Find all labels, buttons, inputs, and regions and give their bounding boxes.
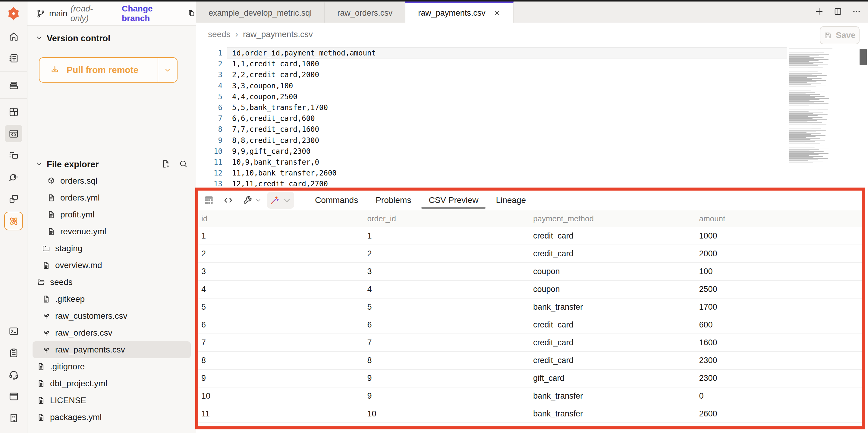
search-icon[interactable]: [179, 159, 188, 170]
file-row-raw-customers-csv[interactable]: raw_customers.csv: [33, 308, 191, 324]
column-header-order_id[interactable]: order_id: [364, 214, 530, 224]
minimap-line: [789, 77, 807, 78]
close-icon[interactable]: [493, 9, 501, 17]
table-row[interactable]: 33coupon100: [198, 263, 862, 281]
cell-order_id: 5: [364, 302, 530, 312]
minimap-line: [789, 76, 817, 77]
table-row[interactable]: 66credit_card600: [198, 316, 862, 334]
editor-tab-raw-orders-csv[interactable]: raw_orders.csv: [324, 1, 405, 23]
pull-from-remote-button[interactable]: Pull from remote: [39, 57, 178, 83]
file-label: profit.yml: [60, 210, 95, 220]
file-row-license[interactable]: LICENSE: [33, 392, 191, 409]
split-editor-icon[interactable]: [833, 7, 843, 18]
dbt-logo[interactable]: [0, 1, 27, 26]
file-row-dbt-project-yml[interactable]: dbt_project.yml: [33, 375, 191, 392]
file-doc-icon: [36, 413, 45, 422]
warehouse-icon[interactable]: [5, 76, 22, 94]
results-table-icon[interactable]: [203, 195, 215, 206]
window-top-edge: [0, 0, 868, 1]
panel-tab-commands[interactable]: Commands: [315, 195, 358, 205]
minimap-line: [789, 110, 818, 110]
line-number: 10: [196, 146, 222, 157]
code-line: 7,7,credit_card,1600: [232, 124, 781, 135]
minimap-line: [789, 84, 811, 85]
code-view-icon[interactable]: [222, 195, 234, 206]
build-wrench-icon[interactable]: [242, 195, 253, 206]
audit-search-icon[interactable]: [5, 168, 22, 186]
atom-app-icon[interactable]: [4, 212, 23, 230]
cell-id: 8: [198, 356, 364, 365]
table-row[interactable]: 77credit_card1600: [198, 334, 862, 352]
ai-assist-button[interactable]: [267, 192, 294, 209]
minimap-line: [789, 148, 829, 148]
headset-icon[interactable]: [5, 366, 22, 383]
chevron-down-icon[interactable]: [255, 197, 261, 204]
minimap-line: [789, 71, 818, 71]
file-row-packages-yml[interactable]: packages.yml: [33, 409, 191, 426]
copy-icon[interactable]: [187, 8, 196, 19]
file-row-orders-sql[interactable]: orders.sql: [33, 172, 191, 190]
pull-from-remote-main[interactable]: Pull from remote: [39, 58, 158, 82]
code-editor-pane[interactable]: 12345678910111213 id,order_id,payment_me…: [196, 46, 868, 190]
cell-id: 6: [198, 320, 364, 329]
new-file-icon[interactable]: [161, 159, 170, 170]
layout-grid-icon[interactable]: [5, 103, 22, 121]
column-header-id[interactable]: id: [198, 214, 364, 224]
file-row-profit-yml[interactable]: profit.yml: [33, 206, 191, 223]
organization-icon[interactable]: [5, 409, 22, 427]
minimap[interactable]: [789, 49, 849, 168]
editor-tab-raw-payments-csv[interactable]: raw_payments.csv: [405, 1, 514, 23]
more-options-icon[interactable]: [852, 7, 861, 18]
file-row-raw-payments-csv[interactable]: raw_payments.csv: [33, 341, 191, 358]
minimap-line: [789, 162, 823, 162]
panel-tab-problems[interactable]: Problems: [375, 195, 411, 205]
change-branch-link[interactable]: Change branch: [122, 4, 179, 23]
panel-tab-lineage[interactable]: Lineage: [496, 195, 526, 205]
docs-book-icon[interactable]: [5, 387, 22, 405]
table-row[interactable]: 44coupon2500: [198, 281, 862, 298]
minimap-line: [789, 65, 818, 66]
file-row-raw-orders-csv[interactable]: raw_orders.csv: [33, 324, 191, 341]
cell-amount: 1600: [696, 338, 862, 347]
pull-options-dropdown[interactable]: [158, 58, 177, 82]
cell-order_id: 1: [364, 231, 530, 241]
table-row[interactable]: 55bank_transfer1700: [198, 298, 862, 316]
home-icon[interactable]: [5, 28, 22, 45]
windows-icon[interactable]: [5, 190, 22, 207]
version-control-header[interactable]: Version control: [27, 32, 204, 45]
column-header-amount[interactable]: amount: [696, 214, 862, 224]
model-cube-icon: [47, 176, 56, 185]
editor-scrollbar-thumb[interactable]: [860, 49, 867, 65]
file-row--gitignore[interactable]: .gitignore: [33, 358, 191, 375]
file-row-overview-md[interactable]: overview.md: [33, 257, 191, 274]
clipboard-icon[interactable]: [5, 344, 22, 362]
frame-select-icon[interactable]: [5, 147, 22, 164]
cell-amount: 100: [696, 267, 862, 276]
panel-tab-csv-preview[interactable]: CSV Preview: [429, 195, 478, 205]
table-row[interactable]: 99gift_card2300: [198, 370, 862, 387]
file-row-seeds[interactable]: seeds: [33, 274, 191, 291]
new-tab-icon[interactable]: [814, 7, 824, 18]
table-row[interactable]: 109bank_transfer0: [198, 387, 862, 405]
file-row-revenue-yml[interactable]: revenue.yml: [33, 223, 191, 240]
cell-payment_method: coupon: [530, 267, 696, 276]
minimap-line: [789, 57, 824, 58]
terminal-icon[interactable]: [5, 322, 22, 340]
journal-icon[interactable]: [5, 50, 22, 67]
editor-tabs: example_develop_metric.sqlraw_orders.csv…: [196, 1, 514, 23]
table-row[interactable]: 1110bank_transfer2600: [198, 405, 862, 423]
code-editor-icon[interactable]: [5, 125, 22, 142]
breadcrumb-seeds[interactable]: seeds: [208, 30, 230, 39]
minimap-line: [789, 81, 816, 82]
table-row[interactable]: 22credit_card2000: [198, 245, 862, 263]
editor-tab-example-develop-metric-sql[interactable]: example_develop_metric.sql: [196, 1, 324, 23]
table-row[interactable]: 11credit_card1000: [198, 227, 862, 245]
column-header-payment_method[interactable]: payment_method: [530, 214, 696, 224]
minimap-line: [789, 88, 806, 88]
file-row-staging[interactable]: staging: [33, 240, 191, 257]
file-row--gitkeep[interactable]: .gitkeep: [33, 291, 191, 308]
save-button[interactable]: Save: [820, 26, 860, 44]
table-row[interactable]: 88credit_card2300: [198, 352, 862, 370]
code-lines[interactable]: id,order_id,payment_method,amount1,1,cre…: [232, 48, 781, 190]
file-row-orders-yml[interactable]: orders.yml: [33, 190, 191, 206]
